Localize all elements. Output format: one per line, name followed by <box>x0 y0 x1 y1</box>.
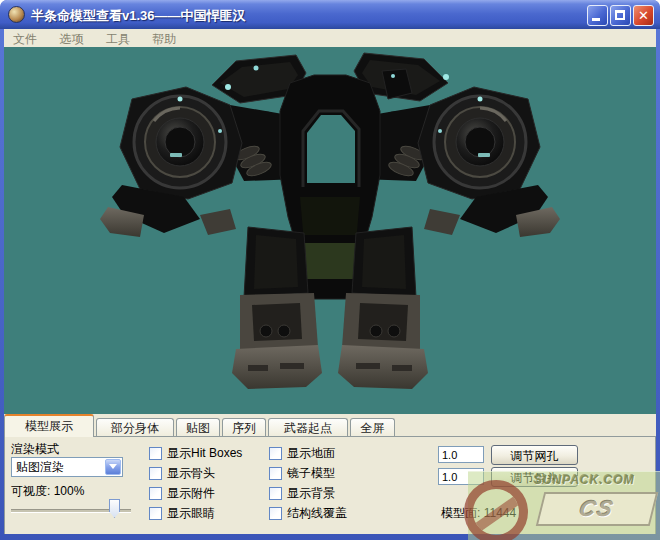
menu-file[interactable]: 文件 <box>4 29 46 48</box>
checkbox-show-attachments[interactable]: 显示附件 <box>149 486 215 500</box>
checkbox-icon[interactable] <box>149 487 162 500</box>
render-mode-select[interactable]: 贴图渲染 <box>11 457 123 477</box>
mech-model-render <box>4 47 656 414</box>
tab-fullscreen[interactable]: 全屏 <box>350 418 395 437</box>
adjust-bone-button[interactable]: 调节骨头 <box>491 467 578 487</box>
checkbox-show-ground[interactable]: 显示地面 <box>269 446 335 460</box>
tab-body-parts[interactable]: 部分身体 <box>96 418 174 437</box>
checkbox-show-bones[interactable]: 显示骨头 <box>149 466 215 480</box>
minimize-button[interactable] <box>587 5 608 26</box>
menu-tools[interactable]: 工具 <box>97 29 139 48</box>
maximize-button[interactable] <box>610 5 631 26</box>
checkbox-icon[interactable] <box>269 487 282 500</box>
close-icon: ✕ <box>634 8 653 23</box>
window-controls: ✕ <box>587 5 654 26</box>
mesh-scale-input[interactable] <box>438 446 484 463</box>
window-title: 半条命模型查看v1.36——中国悍匪汉 <box>31 7 246 25</box>
control-pane: 渲染模式 贴图渲染 可视度: 100% 显示Hit Boxes 显示骨头 显示附… <box>4 436 656 534</box>
checkbox-show-hitboxes[interactable]: 显示Hit Boxes <box>149 446 242 460</box>
app-window: 半条命模型查看v1.36——中国悍匪汉 ✕ 文件 选项 工具 帮助 <box>0 0 660 540</box>
combo-dropdown-button[interactable] <box>105 459 121 475</box>
tab-bar: 模型展示 部分身体 贴图 序列 武器起点 全屏 <box>4 414 656 437</box>
checkbox-icon[interactable] <box>149 447 162 460</box>
checkbox-icon[interactable] <box>149 467 162 480</box>
app-icon[interactable] <box>8 6 25 23</box>
checkbox-icon[interactable] <box>269 467 282 480</box>
tab-model-display[interactable]: 模型展示 <box>4 414 94 437</box>
titlebar[interactable]: 半条命模型查看v1.36——中国悍匪汉 ✕ <box>0 0 660 29</box>
menu-bar: 文件 选项 工具 帮助 <box>4 29 656 47</box>
close-button[interactable]: ✕ <box>633 5 654 26</box>
render-mode-label: 渲染模式 <box>11 441 59 458</box>
checkbox-wireframe-overlay[interactable]: 结构线覆盖 <box>269 506 347 520</box>
adjust-mesh-button[interactable]: 调节网孔 <box>491 445 578 465</box>
tab-sequence[interactable]: 序列 <box>222 418 266 437</box>
menu-help[interactable]: 帮助 <box>143 29 185 48</box>
checkbox-show-eyes[interactable]: 显示眼睛 <box>149 506 215 520</box>
checkbox-icon[interactable] <box>269 447 282 460</box>
bone-scale-input[interactable] <box>438 468 484 485</box>
checkbox-icon[interactable] <box>269 507 282 520</box>
checkbox-show-background[interactable]: 显示背景 <box>269 486 335 500</box>
visibility-label: 可视度: 100% <box>11 483 84 500</box>
render-mode-value: 贴图渲染 <box>16 460 64 474</box>
minimize-icon <box>592 18 600 21</box>
menu-options[interactable]: 选项 <box>50 29 92 48</box>
checkbox-mirror-model[interactable]: 镜子模型 <box>269 466 335 480</box>
maximize-icon <box>615 10 625 20</box>
tab-weapon-origin[interactable]: 武器起点 <box>268 418 348 437</box>
visibility-slider-thumb[interactable] <box>109 499 120 518</box>
chevron-down-icon <box>109 464 117 469</box>
tab-texture[interactable]: 贴图 <box>176 418 220 437</box>
checkbox-icon[interactable] <box>149 507 162 520</box>
model-face-count: 模型面: 11444 <box>441 505 516 522</box>
model-viewport[interactable] <box>4 47 656 414</box>
